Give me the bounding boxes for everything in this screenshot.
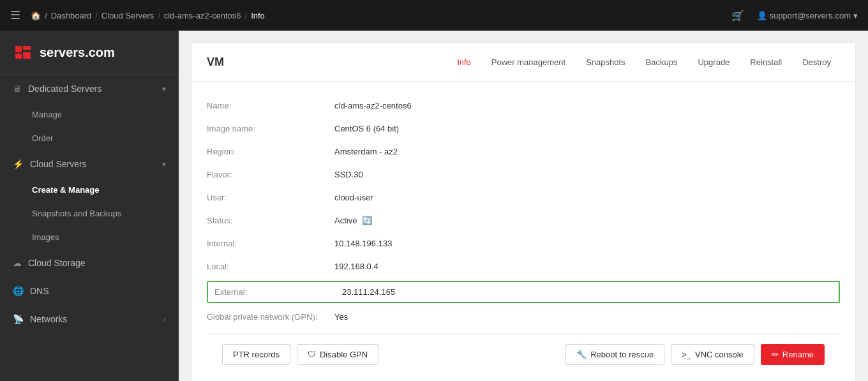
svg-rect-2 xyxy=(23,46,31,50)
navbar-right: 🛒 👤 support@servers.com ▾ xyxy=(731,10,858,22)
tab-info[interactable]: Info xyxy=(448,54,480,71)
chevron-down-icon: ▾ xyxy=(162,85,166,93)
navbar: ☰ 🏠 / Dashboard / Cloud Servers / cld-am… xyxy=(0,0,868,31)
sidebar-category-cloud-storage[interactable]: ☁ Cloud Storage xyxy=(0,249,179,277)
breadcrumb-sep: / xyxy=(158,11,160,20)
hamburger-icon[interactable]: ☰ xyxy=(10,8,20,22)
tab-snapshots[interactable]: Snapshots xyxy=(577,54,634,71)
sidebar-label-dedicated: Dedicated Servers xyxy=(28,84,101,94)
main-layout: servers.com 🖥 Dedicated Servers ▾ Manage… xyxy=(0,31,868,381)
sidebar-section-cloud-servers: ⚡ Cloud Servers ▾ Create & Manage Snapsh… xyxy=(0,150,179,249)
field-region-label: Region: xyxy=(207,147,334,156)
field-name: Name: cld-ams-az2-centos6 xyxy=(207,94,840,117)
sidebar-section-cloud-storage: ☁ Cloud Storage xyxy=(0,249,179,277)
field-name-label: Name: xyxy=(207,101,334,110)
tab-backups[interactable]: Backups xyxy=(637,54,687,71)
network-icon: 📡 xyxy=(13,314,24,324)
field-gpn-value: Yes xyxy=(334,312,840,322)
breadcrumb-current: Info xyxy=(251,11,265,20)
disable-gpn-button[interactable]: 🛡 Disable GPN xyxy=(297,344,378,365)
cart-icon[interactable]: 🛒 xyxy=(731,10,744,22)
sidebar-label-cloud-servers: Cloud Servers xyxy=(30,159,87,169)
svg-rect-3 xyxy=(23,52,31,59)
sidebar-category-dedicated[interactable]: 🖥 Dedicated Servers ▾ xyxy=(0,75,179,103)
refresh-icon[interactable]: 🔄 xyxy=(362,216,372,225)
panel-body: Name: cld-ams-az2-centos6 Image name: Ce… xyxy=(191,82,855,381)
panel-header: VM Info Power management Snapshots Backu… xyxy=(191,43,855,82)
field-internal-value: 10.148.196.133 xyxy=(334,239,840,248)
field-image-name-label: Image name: xyxy=(207,124,334,133)
vnc-console-label: VNC console xyxy=(695,350,744,359)
field-flavor-label: Flavor: xyxy=(207,170,334,179)
globe-icon: 🌐 xyxy=(13,286,24,296)
user-email: support@servers.com xyxy=(770,11,851,20)
ptr-records-button[interactable]: PTR records xyxy=(222,344,290,365)
action-bar: PTR records 🛡 Disable GPN 🔧 Reboot to re… xyxy=(207,333,840,375)
sidebar-label-networks: Networks xyxy=(30,314,67,324)
cloud-icon: ☁ xyxy=(13,258,22,268)
field-user-value: cloud-user xyxy=(334,193,840,202)
field-flavor-value: SSD.30 xyxy=(334,170,840,179)
breadcrumb-server-name[interactable]: cld-ams-az2-centos6 xyxy=(164,11,241,20)
panel-tabs: Info Power management Snapshots Backups … xyxy=(448,54,840,71)
field-gpn-label: Global private network (GPN): xyxy=(207,312,334,322)
field-user-label: User: xyxy=(207,193,334,202)
sidebar-category-dns[interactable]: 🌐 DNS xyxy=(0,277,179,305)
logo-icon xyxy=(13,42,33,63)
rename-label: Rename xyxy=(782,350,814,359)
sidebar-item-order[interactable]: Order xyxy=(0,126,179,150)
sidebar: servers.com 🖥 Dedicated Servers ▾ Manage… xyxy=(0,31,179,381)
sidebar-category-cloud-servers[interactable]: ⚡ Cloud Servers ▾ xyxy=(0,150,179,178)
user-icon: 👤 xyxy=(757,11,767,20)
status-text: Active xyxy=(334,216,357,225)
field-local-label: Local: xyxy=(207,262,334,271)
field-image-name: Image name: CentOS 6 (64 bit) xyxy=(207,117,840,140)
field-external-label: External: xyxy=(214,287,342,297)
sidebar-label-dns: DNS xyxy=(30,286,49,296)
tab-destroy[interactable]: Destroy xyxy=(793,54,840,71)
terminal-icon: >_ xyxy=(682,350,691,359)
vm-panel: VM Info Power management Snapshots Backu… xyxy=(191,43,855,381)
tab-upgrade[interactable]: Upgrade xyxy=(689,54,738,71)
field-name-value: cld-ams-az2-centos6 xyxy=(334,101,840,110)
sidebar-section-networks: 📡 Networks › xyxy=(0,305,179,333)
content-area: VM Info Power management Snapshots Backu… xyxy=(179,31,868,381)
chevron-down-icon: ▾ xyxy=(162,160,166,168)
sidebar-item-manage[interactable]: Manage xyxy=(0,103,179,126)
field-user: User: cloud-user xyxy=(207,186,840,209)
field-internal-label: Internal: xyxy=(207,239,334,248)
breadcrumb-dashboard[interactable]: Dashboard xyxy=(51,11,92,20)
breadcrumb-sep: / xyxy=(45,11,47,20)
sidebar-category-networks[interactable]: 📡 Networks › xyxy=(0,305,179,333)
field-external-value: 23.111.24.165 xyxy=(342,287,832,297)
tab-reinstall[interactable]: Reinstall xyxy=(741,54,791,71)
lightning-icon: ⚡ xyxy=(13,159,24,169)
sidebar-item-create-manage[interactable]: Create & Manage xyxy=(0,178,179,202)
logo: servers.com xyxy=(0,31,179,75)
rename-icon: ✏ xyxy=(772,350,779,359)
field-status: Status: Active 🔄 xyxy=(207,209,840,232)
tab-power-management[interactable]: Power management xyxy=(483,54,574,71)
reboot-rescue-button[interactable]: 🔧 Reboot to rescue xyxy=(565,344,664,365)
svg-rect-0 xyxy=(15,46,22,52)
chevron-down-icon: ▾ xyxy=(853,11,858,20)
user-menu[interactable]: 👤 support@servers.com ▾ xyxy=(757,11,858,20)
field-status-label: Status: xyxy=(207,216,334,225)
logo-text: servers.com xyxy=(40,45,115,60)
rename-button[interactable]: ✏ Rename xyxy=(761,344,825,365)
home-icon: 🏠 xyxy=(31,11,41,20)
field-gpn: Global private network (GPN): Yes xyxy=(207,306,840,328)
sidebar-section-dns: 🌐 DNS xyxy=(0,277,179,305)
field-region: Region: Amsterdam - az2 xyxy=(207,140,840,163)
svg-rect-1 xyxy=(15,54,22,59)
field-flavor: Flavor: SSD.30 xyxy=(207,163,840,186)
action-bar-left: PTR records 🛡 Disable GPN xyxy=(222,344,378,365)
sidebar-item-snapshots-backups[interactable]: Snapshots and Backups xyxy=(0,202,179,225)
shield-icon: 🛡 xyxy=(308,350,316,359)
breadcrumb-cloud-servers[interactable]: Cloud Servers xyxy=(101,11,154,20)
sidebar-item-images[interactable]: Images xyxy=(0,225,179,249)
field-status-value: Active 🔄 xyxy=(334,216,840,225)
vnc-console-button[interactable]: >_ VNC console xyxy=(671,344,754,365)
sidebar-label-cloud-storage: Cloud Storage xyxy=(28,258,86,268)
sidebar-section-dedicated: 🖥 Dedicated Servers ▾ Manage Order xyxy=(0,75,179,150)
